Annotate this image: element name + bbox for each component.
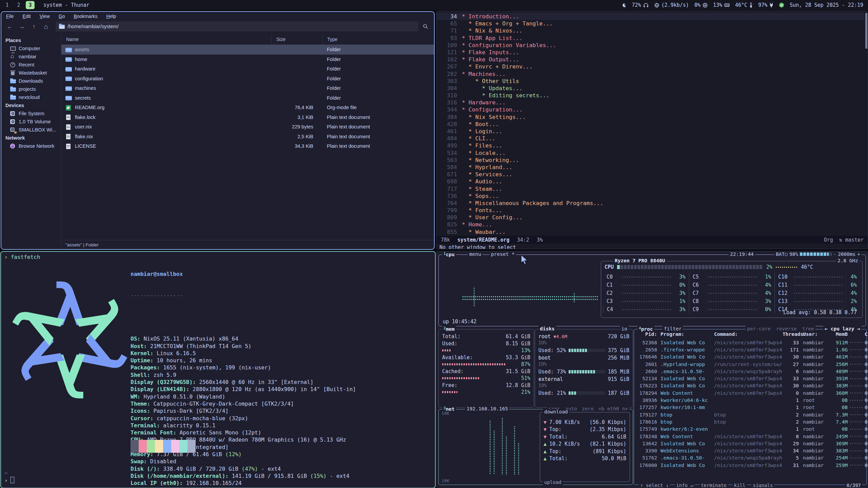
sidebar-place-item[interactable]: Recent bbox=[1, 61, 61, 69]
cpu-module[interactable]: 0% bbox=[694, 2, 708, 8]
org-outline-line[interactable]: 109 * Configuration Variables... bbox=[437, 42, 864, 49]
proc-footer-action[interactable]: kill bbox=[733, 483, 747, 488]
memory-module[interactable]: 13% bbox=[713, 2, 730, 8]
sidebar-place-item[interactable]: nextcloud bbox=[1, 93, 61, 101]
volume-module[interactable]: 72% bbox=[632, 2, 649, 8]
menu-item[interactable]: File bbox=[6, 14, 14, 19]
org-outline-line[interactable]: 71 * Nix & Nixos... bbox=[437, 27, 864, 34]
process-row[interactable]: 179127 btop btop 2 nambiar 7.3M 0.0 bbox=[636, 411, 864, 418]
menu-item[interactable]: Edit bbox=[23, 14, 31, 19]
org-outline-line[interactable]: 34 * Introduction... bbox=[437, 13, 864, 20]
proc-footer-action[interactable]: ↑ select ↓ bbox=[639, 483, 670, 488]
org-outline-line[interactable]: 764 * Miscellaneous Packages and Program… bbox=[437, 200, 864, 207]
org-outline-line[interactable]: 534 * Locale... bbox=[437, 149, 864, 157]
terminal-window[interactable]: ›fastfetch λ λ λ λ λ λ nambiar@smallbox … bbox=[0, 251, 436, 488]
sidebar-network-item[interactable]: Browse Network bbox=[1, 142, 61, 150]
process-row[interactable]: 177257 kworker/10:1-mm_ 1 root 0B 0.0 bbox=[636, 404, 864, 411]
file-row[interactable]: user.nix 229 bytes Plain text document bbox=[61, 122, 434, 132]
file-row[interactable]: secrets Folder bbox=[61, 93, 434, 103]
file-row[interactable]: LICENSE 34,3 KiB Plain text document bbox=[61, 141, 434, 151]
org-outline-line[interactable]: 428 * Boot... bbox=[437, 121, 864, 128]
battery-module[interactable]: 97% bbox=[758, 2, 773, 8]
proc-option[interactable]: reverse bbox=[776, 326, 797, 331]
file-row[interactable]: home Folder bbox=[61, 55, 434, 64]
proc-sort-nav[interactable]: ← cpu lazy → bbox=[823, 326, 862, 331]
process-row[interactable]: 178248 Web Content /nix/store/sm8fmrf3wp… bbox=[636, 433, 864, 440]
path-bar[interactable]: /home/nambiar/system/ bbox=[56, 21, 418, 32]
workspace-3-active[interactable]: 3 bbox=[26, 1, 35, 9]
org-outline-line[interactable]: 671 * Services... bbox=[437, 171, 864, 178]
net-toggle[interactable]: zero bbox=[582, 406, 594, 411]
org-outline-line[interactable]: 344 * Configuration... bbox=[437, 106, 864, 113]
io-toggle[interactable]: io bbox=[620, 326, 629, 331]
sidebar-device-item[interactable]: SMALLBOX Wi... bbox=[1, 126, 61, 134]
sidebar-place-item[interactable]: Wastebasket bbox=[1, 69, 61, 77]
org-outline-line[interactable]: 698 * Audio... bbox=[437, 178, 864, 185]
column-header-type[interactable]: Type bbox=[322, 34, 434, 44]
menu-button[interactable]: menu bbox=[468, 251, 482, 257]
org-outline-line[interactable]: 93 * TLDR App List... bbox=[437, 35, 864, 42]
workspace-2[interactable]: 2 bbox=[14, 1, 23, 9]
menu-item[interactable]: View bbox=[40, 14, 50, 19]
disks-box-label[interactable]: disks bbox=[538, 326, 556, 331]
home-button[interactable]: ⌂ bbox=[41, 22, 52, 31]
menu-item[interactable]: Go bbox=[59, 14, 65, 19]
column-header-size[interactable]: Size bbox=[271, 34, 322, 44]
org-outline-line[interactable]: 121 * Flake Inputs... bbox=[437, 49, 864, 56]
column-header-name[interactable]: Name bbox=[61, 34, 271, 44]
org-outline-line[interactable]: 282 * Machines... bbox=[437, 70, 864, 78]
process-row[interactable]: 176000 Isolated Web Co /nix/store/sm8fmr… bbox=[636, 462, 864, 469]
org-outline-line[interactable]: 809 * User Config... bbox=[437, 214, 864, 221]
temperature-module[interactable]: 46°C bbox=[735, 2, 753, 8]
sidebar-place-item[interactable]: projects bbox=[1, 85, 61, 93]
proc-footer-action[interactable]: signals bbox=[751, 483, 774, 488]
proc-option[interactable]: per-core bbox=[747, 326, 771, 331]
process-row[interactable]: 3390 WebExtensions /nix/store/sm8fmrf3wp… bbox=[636, 447, 864, 454]
sidebar-device-item[interactable]: 1,0 TB Volume bbox=[1, 118, 61, 126]
org-outline-line[interactable]: 384 * Nix Settings... bbox=[437, 114, 864, 121]
updates-module[interactable] bbox=[779, 2, 784, 8]
org-outline-line[interactable]: 267 * Envrc + Direnv... bbox=[437, 63, 864, 70]
process-row[interactable]: 2601 .Hyprland-wrapp /run/current-system… bbox=[636, 361, 864, 368]
org-outline-line[interactable]: 461 * Login... bbox=[437, 128, 864, 135]
org-outline-line[interactable]: 65 * Emacs + Org + Tangle... bbox=[437, 20, 864, 27]
process-row[interactable]: 52134 Isolated Web Co /nix/store/sm8fmrf… bbox=[636, 375, 864, 382]
process-row[interactable]: 178294 Web Content /nix/store/sm8fmrf3wp… bbox=[636, 389, 864, 396]
mem-box-label[interactable]: 2mem bbox=[442, 326, 456, 332]
org-outline-line[interactable]: 717 * Steam... bbox=[437, 185, 864, 192]
file-row[interactable]: README.org 76,4 KiB Org-mode file bbox=[61, 103, 434, 113]
process-row[interactable]: 175749 kworker/6:2-even 1 root 0B 0.0 bbox=[636, 426, 864, 433]
process-row[interactable]: 52368 Isolated Web Co /nix/store/sm8fmrf… bbox=[636, 339, 864, 346]
forward-button[interactable]: → bbox=[16, 22, 27, 31]
file-row[interactable]: flake.nix 2,5 KiB Plain text document bbox=[61, 132, 434, 142]
proc-footer-action[interactable]: terminate bbox=[699, 483, 728, 488]
preset-button[interactable]: preset * bbox=[490, 251, 516, 257]
process-row[interactable]: 176646 Isolated Web Co /nix/store/sm8fmr… bbox=[636, 353, 864, 361]
sidebar-place-item[interactable]: Downloads bbox=[1, 77, 61, 85]
process-row[interactable]: 13642 Isolated Web Co /nix/store/sm8fmrf… bbox=[636, 440, 864, 447]
file-row[interactable]: assets Folder bbox=[61, 45, 434, 55]
proc-footer-action[interactable]: info ↵ bbox=[675, 483, 695, 488]
back-button[interactable]: ← bbox=[4, 22, 15, 31]
up-button[interactable]: ↑ bbox=[28, 22, 39, 31]
idle-inhibitor[interactable]: z bbox=[622, 3, 627, 8]
org-outline-line[interactable]: 825 * Home... bbox=[437, 221, 864, 228]
filter-button[interactable]: filter bbox=[663, 326, 683, 331]
sidebar-place-item[interactable]: nambiar bbox=[1, 53, 61, 61]
org-outline-line[interactable]: 584 * Hyprland... bbox=[437, 164, 864, 171]
org-outline-line[interactable]: 310 * Editing secrets... bbox=[437, 92, 864, 99]
file-row[interactable]: flake.lock 3,1 KiB Plain text document bbox=[61, 113, 434, 122]
org-outline-line[interactable]: 855 * Waubar... bbox=[437, 228, 864, 236]
sidebar-place-item[interactable]: Computer bbox=[1, 44, 61, 53]
process-row[interactable]: 51762 .emacs-31.0.50- /nix/store/wnqz5pa… bbox=[636, 454, 864, 462]
process-row[interactable]: 178616 btop btop 2 nambiar 7.4M 0.0 bbox=[636, 418, 864, 425]
org-outline-line[interactable]: 563 * Networking... bbox=[437, 157, 864, 164]
org-outline-line[interactable]: 304 * Updates... bbox=[437, 85, 864, 92]
org-outline-line[interactable]: 799 * Fonts... bbox=[437, 207, 864, 214]
clock-module[interactable]: Sun, 28 Sep 2025 - 22:19 bbox=[790, 2, 863, 8]
sidebar-device-item[interactable]: File System bbox=[1, 109, 61, 118]
org-outline-line[interactable]: 303 * Other Utils bbox=[437, 78, 864, 85]
org-outline-line[interactable]: 316 * Hardware... bbox=[437, 99, 864, 106]
org-outline-line[interactable]: 499 * Files... bbox=[437, 142, 864, 149]
file-row[interactable]: hardware Folder bbox=[61, 64, 434, 74]
